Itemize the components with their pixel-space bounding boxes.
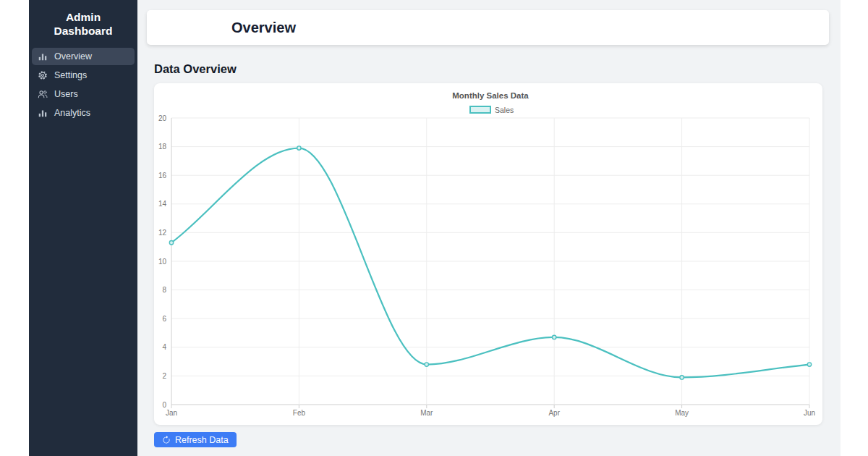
sidebar-item-label: Overview	[54, 51, 92, 62]
svg-text:Jan: Jan	[166, 409, 177, 417]
svg-text:Feb: Feb	[293, 409, 306, 417]
refresh-data-button[interactable]: Refresh Data	[154, 432, 237, 447]
svg-text:14: 14	[158, 200, 167, 208]
sidebar-item-label: Analytics	[54, 108, 90, 118]
svg-text:20: 20	[158, 114, 167, 122]
svg-text:4: 4	[162, 343, 166, 351]
sidebar-title: Admin Dashboard	[45, 10, 122, 38]
sales-chart-svg: Monthly Sales DataSales02468101214161820…	[154, 83, 822, 425]
svg-text:18: 18	[158, 143, 167, 151]
bar-chart-icon	[38, 108, 48, 118]
page-title: Overview	[147, 20, 296, 36]
sidebar-item-label: Users	[54, 89, 78, 99]
svg-text:0: 0	[162, 401, 166, 409]
sidebar-nav: Overview Settings	[29, 48, 137, 122]
sidebar-item-users[interactable]: Users	[32, 85, 135, 103]
svg-text:10: 10	[158, 258, 167, 266]
svg-text:Apr: Apr	[548, 409, 560, 417]
sidebar-item-overview[interactable]: Overview	[32, 48, 135, 65]
svg-text:Jun: Jun	[804, 409, 815, 417]
chart-card: Monthly Sales DataSales02468101214161820…	[154, 83, 822, 425]
page-header-card: Overview	[147, 10, 829, 45]
svg-text:8: 8	[162, 286, 166, 294]
refresh-button-label: Refresh Data	[175, 435, 229, 445]
svg-text:2: 2	[162, 372, 166, 380]
svg-text:12: 12	[158, 229, 167, 237]
svg-text:16: 16	[158, 172, 167, 180]
svg-text:Mar: Mar	[420, 409, 433, 417]
sidebar-item-settings[interactable]: Settings	[32, 67, 135, 84]
people-icon	[38, 89, 48, 99]
sidebar: Admin Dashboard Overview	[29, 0, 137, 456]
main-content: Overview Data Overview Monthly Sales Dat…	[137, 0, 841, 456]
svg-text:Sales: Sales	[495, 106, 514, 114]
bar-chart-icon	[38, 51, 48, 62]
app-root: Admin Dashboard Overview	[29, 0, 841, 456]
sidebar-item-label: Settings	[54, 70, 87, 80]
sidebar-item-analytics[interactable]: Analytics	[32, 104, 135, 122]
svg-text:6: 6	[162, 315, 166, 323]
section-title: Data Overview	[154, 62, 237, 76]
svg-text:May: May	[675, 409, 689, 417]
gear-icon	[38, 70, 48, 80]
svg-text:Monthly Sales Data: Monthly Sales Data	[452, 91, 529, 100]
refresh-icon	[162, 436, 171, 444]
